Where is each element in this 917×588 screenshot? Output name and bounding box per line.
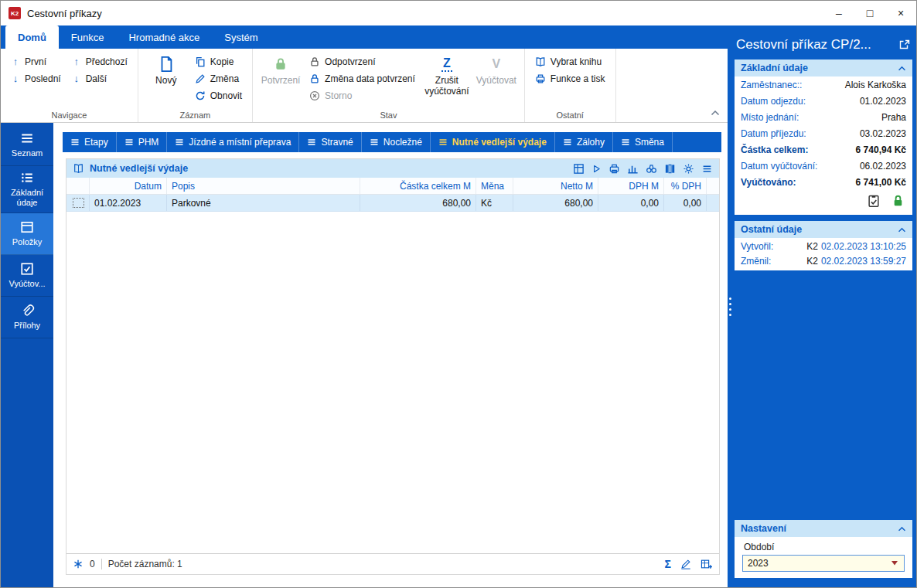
cell-pct-dph[interactable]: 0,00 [664,195,707,211]
divider [101,559,102,569]
sidebar-item-seznam[interactable]: Seznam [1,124,53,166]
tab-etapy[interactable]: Etapy [63,132,117,152]
field-row: Datum vyúčtování:06.02.2023 [735,158,912,174]
chevron-up-icon[interactable] [898,526,906,532]
sum-icon[interactable]: Σ [665,559,671,569]
functions-print-button[interactable]: Funkce a tisk [531,70,609,87]
ribbon-tab-funkce[interactable]: Funkce [59,25,117,49]
chevron-down-icon[interactable] [890,559,899,567]
period-combobox[interactable]: 2023 [742,555,905,572]
cell-popis[interactable]: Parkovné [167,195,360,211]
last-button[interactable]: ↓ Poslední [7,70,65,87]
settle-button[interactable]: V Vyúčtovat [475,51,518,88]
column-header-datum[interactable]: Datum [90,178,167,194]
column-header-pct-dph[interactable]: % DPH [664,178,707,194]
confirm-button[interactable]: Potvrzení [259,51,302,88]
clipboard-check-icon[interactable] [867,194,881,208]
sidebar-item-vyuctovani[interactable]: Vyúčtov... [1,255,53,297]
filter-star-icon[interactable] [73,559,84,569]
chevron-up-icon[interactable] [898,227,906,233]
cell-datum[interactable]: 01.02.2023 [90,195,167,211]
select-book-button[interactable]: Vybrat knihu [531,53,609,70]
sidebar-item-polozky[interactable]: Položky [1,213,53,255]
record-title-bar: Cestovní příkaz CP/2... [735,25,912,59]
left-sidebar: Seznam Základní údaje Položky Vyúčtov... [1,123,53,587]
paperclip-icon [19,304,35,318]
ribbon: ↑ První ↓ Poslední ↑ Předchozí [1,49,728,123]
grid-title: Nutné vedlejší výdaje [90,163,188,174]
sidebar-item-zakladni-udaje[interactable]: Základní údaje [1,166,53,213]
field-row: Vyúčtováno:6 741,00 Kč [735,174,912,190]
record-count: Počet záznamů: 1 [108,559,182,569]
tab-zalohy[interactable]: Zálohy [555,132,613,152]
print-icon[interactable] [608,163,620,175]
basic-data-header[interactable]: Základní údaje [735,59,912,76]
other-data-header[interactable]: Ostatní údaje [735,221,912,238]
new-button[interactable]: Nový [145,51,188,88]
columns-icon[interactable] [664,163,676,175]
tab-menu-icon [307,138,316,147]
cell-castka[interactable]: 680,00 [360,195,476,211]
tab-nutne-vedlejsi-vydaje[interactable]: Nutné vedlejší výdaje [431,132,555,152]
expand-icon[interactable] [898,39,911,51]
minimize-button[interactable]: – [823,1,854,25]
storno-button[interactable]: Storno [305,87,419,104]
unconfirm-button[interactable]: Odpotvrzení [305,53,419,70]
refresh-icon [195,90,206,101]
table-add-icon[interactable] [701,559,713,569]
copy-button[interactable]: Kopie [191,53,246,70]
previous-button[interactable]: ↑ Předchozí [68,53,131,70]
ribbon-tab-domu[interactable]: Domů [5,25,59,49]
printer-icon [535,73,546,84]
tab-stravne[interactable]: Stravné [299,132,361,152]
tab-phm[interactable]: PHM [117,132,168,152]
column-header-netto[interactable]: Netto M [513,178,598,194]
maximize-button[interactable]: □ [854,1,885,25]
cell-netto[interactable]: 680,00 [513,195,598,211]
ribbon-tab-hromadne-akce[interactable]: Hromadné akce [116,25,212,49]
splitter-handle[interactable] [729,297,731,316]
change-button[interactable]: Změna [191,70,246,87]
group-label-zaznam: Záznam [145,108,246,122]
basic-data-card: Základní údaje Zaměstnanec::Alois Karkoš… [735,59,912,215]
tab-menu-icon [438,138,448,147]
edit-icon[interactable] [680,559,691,569]
chart-icon[interactable] [627,163,639,175]
refresh-button[interactable]: Obnovit [191,87,246,104]
export-table-icon[interactable] [573,163,585,175]
cell-mena[interactable]: Kč [476,195,513,211]
menu-icon[interactable] [701,164,713,174]
change-confirm-date-button[interactable]: Změna data potvrzení [305,70,419,87]
tab-menu-icon [563,138,572,147]
cell-dph[interactable]: 0,00 [598,195,664,211]
chevron-up-icon[interactable] [898,66,906,71]
cancel-settlement-button[interactable]: Z Zrušit vyúčtování [422,51,472,99]
row-cursor [73,198,84,208]
arrow-up-icon: ↑ [72,56,81,67]
binoculars-icon[interactable] [646,163,657,175]
v-glyph-icon: V [492,58,500,70]
ribbon-collapse-button[interactable] [711,110,720,116]
tab-noclezne[interactable]: Nocležné [362,132,431,152]
gear-icon[interactable] [683,163,694,175]
sidebar-item-prilohy[interactable]: Přílohy [1,297,53,338]
play-icon[interactable] [591,164,602,174]
tab-jizdne[interactable]: Jízdné a místní přeprava [167,132,299,152]
lock-green-icon[interactable] [891,194,905,208]
tab-menu-icon [370,138,379,147]
next-button[interactable]: ↓ Další [68,70,131,87]
table-row[interactable]: 01.02.2023 Parkovné 680,00 Kč 680,00 0,0… [66,195,719,212]
period-label: Období [742,540,905,555]
ribbon-tab-system[interactable]: Systém [212,25,270,49]
tab-smena[interactable]: Směna [613,132,673,152]
chevron-up-icon [711,110,720,116]
column-header-dph[interactable]: DPH M [598,178,664,194]
settings-header[interactable]: Nastavení [735,520,912,537]
k2-logo-icon: K2 [9,7,21,19]
close-button[interactable]: × [885,1,916,25]
first-button[interactable]: ↑ První [7,53,65,70]
column-header-castka[interactable]: Částka celkem M [360,178,476,194]
column-header-popis[interactable]: Popis [167,178,360,194]
column-header-mena[interactable]: Měna [476,178,513,194]
settings-card: Nastavení Období 2023 [735,520,912,578]
